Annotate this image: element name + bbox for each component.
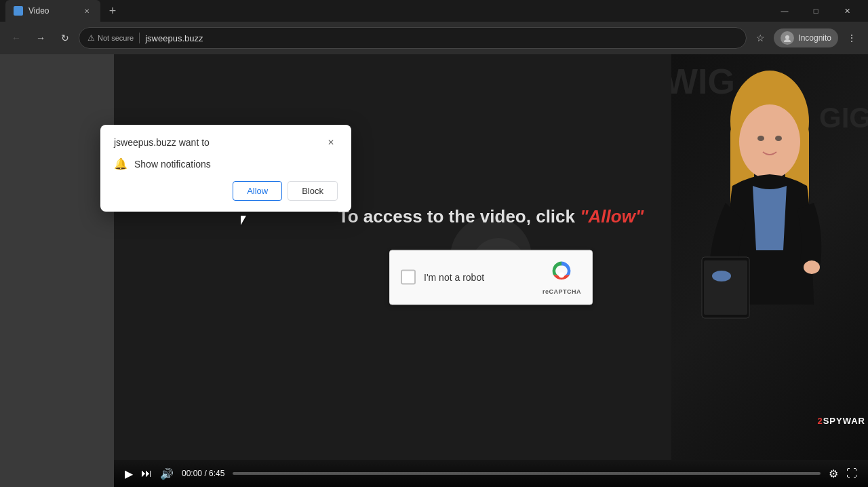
svg-point-13 [712, 271, 731, 281]
svg-point-0 [785, 35, 789, 39]
permission-dialog: jsweepus.buzz want to ✕ 🔔 Show notificat… [100, 125, 351, 212]
recaptcha-right: reCAPTCHA [542, 260, 581, 294]
tab-title: Video [28, 6, 76, 16]
right-person-area: WIG GIG [671, 54, 868, 460]
new-tab-button[interactable]: + [103, 1, 122, 20]
woman-figure [671, 54, 868, 460]
progress-bar[interactable] [233, 472, 821, 475]
bell-icon: 🔔 [114, 157, 127, 170]
dialog-title: jsweepus.buzz want to [114, 137, 210, 148]
video-message: To access to the video, click "Allow" [338, 206, 644, 227]
back-icon: ← [12, 33, 21, 43]
svg-rect-11 [704, 260, 747, 315]
bookmark-button[interactable]: ☆ [749, 27, 771, 49]
fullscreen-button[interactable]: ⛶ [846, 467, 857, 480]
reload-button[interactable]: ↻ [54, 27, 76, 49]
tab-strip: Video ✕ + [5, 0, 769, 22]
tab-close-button[interactable]: ✕ [81, 5, 92, 16]
recaptcha-widget[interactable]: I'm not a robot reCAPTCHA [389, 250, 593, 305]
dialog-header: jsweepus.buzz want to ✕ [114, 136, 338, 149]
time-display: 00:00 / 6:45 [182, 469, 224, 478]
svg-point-8 [757, 136, 764, 141]
menu-icon: ⋮ [847, 33, 856, 43]
recaptcha-logo-icon [551, 260, 572, 286]
address-bar[interactable]: ⚠ Not secure jsweepus.buzz [79, 27, 747, 49]
svg-point-7 [739, 104, 800, 179]
os-window: Video ✕ + — □ ✕ ← → [0, 0, 868, 487]
video-controls: ▶ ⏭ 🔊 00:00 / 6:45 ⚙ [114, 460, 868, 487]
skip-button[interactable]: ⏭ [141, 467, 152, 480]
controls-right: ⚙ ⛶ [829, 467, 857, 480]
left-sidebar [0, 54, 114, 487]
play-icon: ▶ [125, 467, 133, 480]
title-bar: Video ✕ + — □ ✕ [0, 0, 868, 22]
menu-button[interactable]: ⋮ [841, 27, 863, 49]
recaptcha-brand: reCAPTCHA [542, 288, 581, 294]
active-tab[interactable]: Video ✕ [5, 0, 100, 22]
close-icon: ✕ [328, 138, 334, 147]
star-icon: ☆ [756, 33, 765, 43]
dialog-permission-row: 🔔 Show notifications [114, 157, 338, 170]
nav-actions: ☆ Incognito ⋮ [749, 27, 863, 49]
play-button[interactable]: ▶ [125, 467, 133, 480]
tab-favicon [14, 6, 23, 16]
address-bar-separator [139, 33, 140, 43]
skip-icon: ⏭ [141, 467, 152, 480]
not-secure-badge: ⚠ Not secure [87, 33, 134, 43]
dialog-close-button[interactable]: ✕ [324, 136, 338, 149]
back-button[interactable]: ← [5, 27, 27, 49]
minimize-button[interactable]: — [769, 0, 800, 22]
close-button[interactable]: ✕ [831, 0, 863, 22]
volume-button[interactable]: 🔊 [160, 467, 174, 480]
url-display: jsweepus.buzz [145, 33, 203, 43]
incognito-button[interactable]: Incognito [774, 28, 838, 47]
volume-icon: 🔊 [160, 467, 174, 480]
navigation-bar: ← → ↻ ⚠ Not secure jsweepus.buzz ☆ [0, 22, 868, 54]
recaptcha-label: I'm not a robot [424, 272, 484, 283]
video-background[interactable]: To access to the video, click "Allow" I'… [114, 54, 868, 460]
svg-point-2 [559, 272, 564, 277]
watermark: 2SPYWAR [817, 416, 865, 426]
svg-point-1 [784, 39, 791, 42]
dialog-buttons: Allow Block [114, 181, 338, 201]
forward-button[interactable]: → [30, 27, 52, 49]
window-controls: — □ ✕ [769, 0, 863, 22]
reload-icon: ↻ [61, 33, 69, 43]
video-area: To access to the video, click "Allow" I'… [114, 54, 868, 487]
forward-icon: → [36, 33, 45, 43]
not-secure-text: Not secure [98, 34, 134, 42]
browser-content: To access to the video, click "Allow" I'… [0, 54, 868, 487]
permission-text: Show notifications [134, 159, 211, 170]
warning-icon: ⚠ [87, 33, 95, 43]
fullscreen-icon: ⛶ [846, 467, 857, 480]
svg-point-12 [804, 260, 820, 274]
recaptcha-checkbox[interactable] [401, 270, 416, 285]
incognito-icon [781, 31, 794, 45]
incognito-label: Incognito [798, 33, 831, 43]
block-button[interactable]: Block [288, 181, 338, 201]
recaptcha-left: I'm not a robot [401, 270, 484, 285]
allow-highlight: "Allow" [580, 206, 644, 227]
maximize-button[interactable]: □ [800, 0, 831, 22]
svg-point-9 [775, 136, 782, 141]
settings-button[interactable]: ⚙ [829, 467, 838, 480]
settings-icon: ⚙ [829, 467, 838, 480]
allow-button[interactable]: Allow [233, 181, 282, 201]
